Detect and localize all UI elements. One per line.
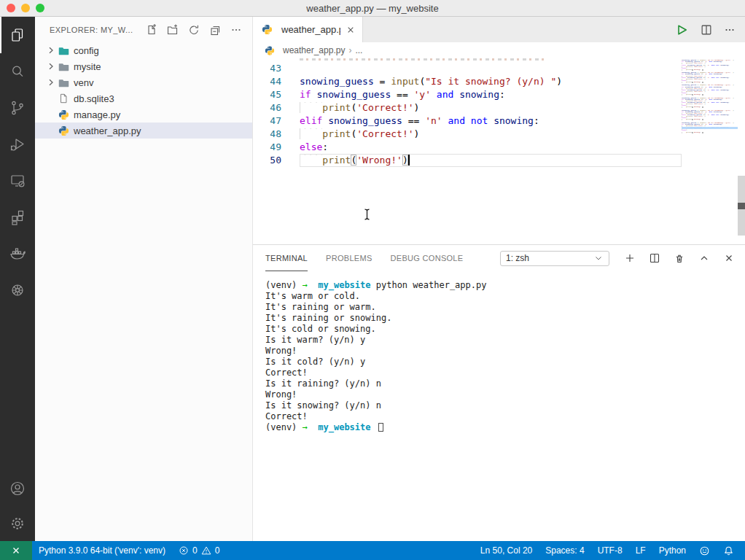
remote-explorer-icon[interactable] [0, 163, 35, 199]
panel-tab-debug-console[interactable]: DEBUG CONSOLE [391, 245, 464, 271]
feedback-smiley-icon[interactable] [693, 541, 717, 560]
code-line-48: 48 print('Correct!') [253, 128, 682, 141]
vscode-window: { "window": { "title": "weather_app.py —… [0, 0, 745, 560]
terminal-line: Wrong! [265, 389, 745, 400]
run-python-file-icon[interactable] [674, 23, 689, 37]
line-number: 48 [253, 128, 300, 141]
docker-icon[interactable] [0, 236, 35, 272]
sidebar-explorer: EXPLORER: MY_W... configmysitevenvdb.sql… [35, 17, 253, 541]
line-number: 49 [253, 141, 300, 154]
scrollbar-cursor-marker [738, 203, 745, 209]
minimap[interactable]: snowing_guess = input("Is it snowing? (y… [682, 58, 738, 133]
explorer-icon[interactable] [0, 17, 35, 53]
line-number: 50 [253, 154, 300, 167]
tab-close-icon[interactable] [345, 24, 356, 36]
python-file-icon [265, 45, 275, 55]
remote-window-indicator[interactable] [0, 541, 32, 560]
python-interpreter-label: Python 3.9.0 64-bit ('venv': venv) [39, 545, 165, 556]
terminal-output[interactable]: (venv) → my_website python weather_app.p… [253, 271, 745, 541]
panel-header: TERMINALPROBLEMSDEBUG CONSOLE 1: zsh [253, 245, 745, 271]
split-terminal-icon[interactable] [649, 252, 660, 264]
tree-item-db-sqlite3[interactable]: db.sqlite3 [35, 90, 252, 106]
status-eol[interactable]: LF [629, 541, 652, 560]
code-line-50: 50 print('Wrong!') [253, 154, 682, 167]
minimize-window-button[interactable] [21, 4, 30, 12]
explorer-actions [146, 24, 242, 36]
panel-tab-terminal[interactable]: TERMINAL [265, 245, 308, 271]
zoom-window-button[interactable] [36, 4, 44, 12]
breadcrumb: weather_app.py › ... [253, 42, 745, 58]
chevron-down-icon [593, 253, 604, 263]
code-text: elif snowing_guess == 'n' and not snowin… [300, 114, 682, 128]
settings-gear-icon[interactable] [0, 506, 35, 541]
code-line-44: 44snowing_guess = input("Is it snowing? … [253, 75, 682, 88]
refresh-icon[interactable] [188, 24, 200, 36]
close-panel-icon[interactable] [723, 252, 735, 264]
new-file-icon[interactable] [146, 24, 157, 36]
line-number: 46 [253, 101, 300, 114]
search-icon[interactable] [0, 53, 35, 90]
breadcrumb-file[interactable]: weather_app.py [283, 45, 345, 55]
file-tree: configmysitevenvdb.sqlite3manage.pyweath… [35, 42, 252, 139]
extensions-icon[interactable] [0, 199, 35, 236]
python-interpreter-status[interactable]: Python 3.9.0 64-bit ('venv': venv) [32, 541, 172, 560]
warning-count: 0 [215, 545, 220, 556]
panel-tab-problems[interactable]: PROBLEMS [326, 245, 372, 271]
breadcrumb-symbol[interactable]: ... [355, 45, 362, 55]
code-text: snowing_guess = input("Is it snowing? (y… [300, 75, 682, 88]
more-actions-icon[interactable] [230, 24, 242, 36]
status-right-items: Ln 50, Col 20Spaces: 4UTF-8LFPython [474, 541, 693, 560]
tab-title: weather_app.py [281, 24, 340, 35]
line-number: 47 [253, 114, 300, 128]
terminal-line: Is it raining? (y/n) n [265, 378, 745, 389]
run-and-debug-icon[interactable] [0, 126, 35, 163]
notifications-bell-icon[interactable] [717, 541, 741, 560]
error-icon [179, 545, 189, 556]
code-text: if snowing_guess == 'y' and snowing: [300, 88, 682, 101]
accounts-icon[interactable] [0, 471, 35, 506]
tree-item-weather-app-py[interactable]: weather_app.py [35, 122, 252, 139]
new-terminal-icon[interactable] [624, 252, 636, 264]
status-cursor-position[interactable]: Ln 50, Col 20 [474, 541, 539, 560]
close-window-button[interactable] [7, 4, 15, 12]
folder-icon [58, 77, 69, 88]
terminal-line: Is it cold? (y/n) y [265, 357, 745, 368]
new-folder-icon[interactable] [167, 24, 179, 36]
error-count: 0 [192, 545, 198, 556]
kubernetes-icon[interactable] [0, 272, 35, 308]
tree-item-mysite[interactable]: mysite [35, 58, 252, 74]
code-text: print('Correct!') [300, 128, 682, 141]
status-indentation[interactable]: Spaces: 4 [539, 541, 590, 560]
tree-item-config[interactable]: config [35, 42, 252, 58]
tab-bar: weather_app.py [253, 17, 745, 42]
source-control-icon[interactable] [0, 90, 35, 126]
chevron-right-icon [45, 44, 58, 56]
terminal-line: Is it warm? (y/n) y [265, 335, 745, 346]
tree-indent [45, 125, 58, 136]
more-editor-actions-icon[interactable] [724, 24, 736, 36]
terminal-cursor [378, 423, 383, 432]
code-line-46: 46 print('Correct!') [253, 101, 682, 114]
file-name: venv [74, 77, 93, 88]
tree-item-manage-py[interactable]: manage.py [35, 106, 252, 122]
code-editor[interactable]: 4344snowing_guess = input("Is it snowing… [253, 58, 745, 244]
kill-terminal-trash-icon[interactable] [674, 252, 685, 264]
status-encoding[interactable]: UTF-8 [591, 541, 629, 560]
line-number: 45 [253, 88, 300, 101]
maximize-panel-chevron-icon[interactable] [698, 252, 710, 264]
file-name: db.sqlite3 [74, 93, 114, 104]
traffic-lights [7, 4, 44, 12]
activity-bar [0, 17, 35, 541]
tree-item-venv[interactable]: venv [35, 74, 252, 90]
status-language-mode[interactable]: Python [652, 541, 693, 560]
terminal-shell-select[interactable]: 1: zsh [500, 251, 609, 266]
warning-icon [201, 545, 211, 556]
code-lines: 4344snowing_guess = input("Is it snowing… [253, 62, 682, 167]
tab-weather-app[interactable]: weather_app.py [253, 17, 363, 42]
editor-group: weather_app.py weather_app.py › ... 4344… [253, 17, 745, 541]
problems-status[interactable]: 0 0 [172, 541, 226, 560]
activity-bar-spacer [0, 308, 35, 471]
split-editor-icon[interactable] [700, 23, 713, 36]
collapse-folders-icon[interactable] [209, 24, 221, 36]
chevron-right-icon [45, 61, 58, 72]
